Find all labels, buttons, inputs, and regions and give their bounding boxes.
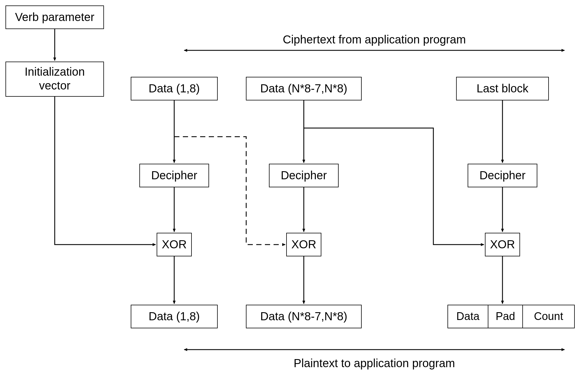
label-last-pad: Pad [496, 310, 515, 322]
label-iv-1: Initialization [24, 65, 85, 78]
label-data-1-8-bottom: Data (1,8) [149, 310, 200, 323]
diagram-canvas: Verb parameter Initialization vector Cip… [0, 0, 588, 385]
label-data-n-bottom: Data (N*8-7,N*8) [260, 310, 347, 323]
label-iv-2: vector [39, 79, 71, 92]
label-xor-1: XOR [162, 238, 187, 251]
label-last-block: Last block [477, 82, 529, 95]
label-decipher-1: Decipher [151, 169, 197, 182]
arrow-prev-cipher-xor2 [174, 137, 285, 245]
label-decipher-3: Decipher [479, 169, 526, 182]
label-last-data: Data [456, 310, 480, 322]
label-ciphertext: Ciphertext from application program [283, 33, 466, 46]
label-xor-2: XOR [291, 238, 316, 251]
label-xor-3: XOR [490, 238, 515, 251]
label-plaintext: Plaintext to application program [294, 357, 455, 369]
label-verb-parameter: Verb parameter [15, 11, 94, 23]
label-last-count: Count [534, 310, 563, 322]
label-data-1-8-top: Data (1,8) [149, 82, 200, 95]
label-decipher-2: Decipher [281, 169, 327, 182]
label-data-n-top: Data (N*8-7,N*8) [260, 82, 347, 95]
